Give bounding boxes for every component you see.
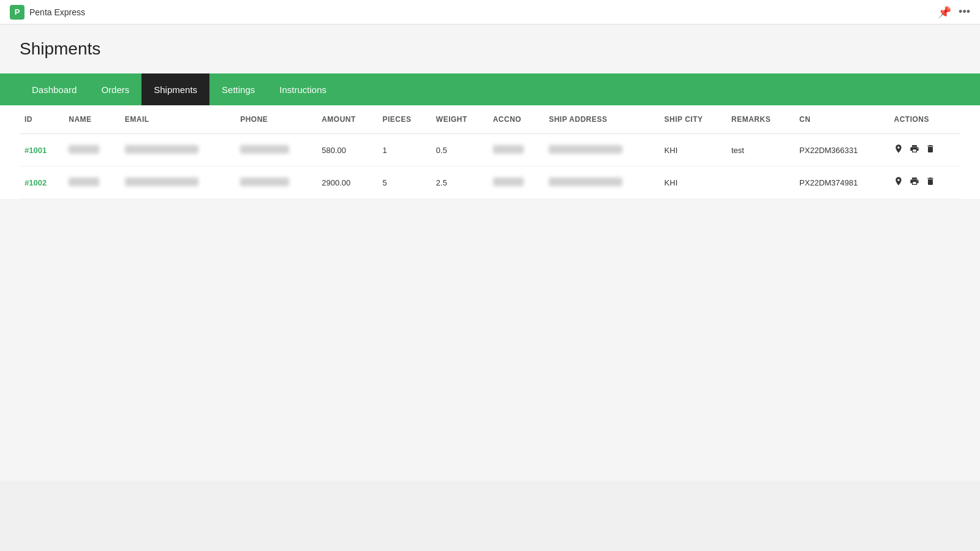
col-email: EMAIL xyxy=(120,105,235,134)
cell-amount-2: 2900.00 xyxy=(317,167,377,199)
location-icon-2[interactable] xyxy=(894,176,903,189)
delete-icon-2[interactable] xyxy=(925,176,935,189)
cell-shipcity-2: KHI xyxy=(660,167,726,199)
content-area xyxy=(0,199,980,481)
cell-name-1 xyxy=(64,134,119,167)
col-phone: PHONE xyxy=(235,105,317,134)
cell-id-2: #1002 xyxy=(20,167,64,199)
cell-email-2 xyxy=(120,167,235,199)
cell-amount-1: 580.00 xyxy=(317,134,377,167)
col-pieces: PIECES xyxy=(378,105,431,134)
col-weight: WEIGHT xyxy=(431,105,488,134)
nav-item-settings[interactable]: Settings xyxy=(209,73,267,105)
cell-phone-1 xyxy=(235,134,317,167)
page-header: Shipments xyxy=(0,24,980,73)
navbar: Dashboard Orders Shipments Settings Inst… xyxy=(0,73,980,105)
cell-cn-2: PX22DM374981 xyxy=(794,167,889,199)
cell-weight-1: 0.5 xyxy=(431,134,488,167)
cell-cn-1: PX22DM366331 xyxy=(794,134,889,167)
col-id: ID xyxy=(20,105,64,134)
topbar: P Penta Express 📌 ••• xyxy=(0,0,980,24)
col-name: NAME xyxy=(64,105,119,134)
nav-item-dashboard[interactable]: Dashboard xyxy=(20,73,89,105)
cell-remarks-2 xyxy=(726,167,794,199)
location-icon-1[interactable] xyxy=(894,144,903,156)
page-title: Shipments xyxy=(20,39,960,59)
pin-icon[interactable]: 📌 xyxy=(938,6,951,19)
print-icon-1[interactable] xyxy=(910,144,919,156)
shipments-table: ID NAME EMAIL PHONE AMOUNT PIECES WEIGHT… xyxy=(20,105,960,199)
print-icon-2[interactable] xyxy=(910,176,919,189)
nav-item-instructions[interactable]: Instructions xyxy=(267,73,339,105)
nav-item-shipments[interactable]: Shipments xyxy=(141,73,209,105)
more-icon[interactable]: ••• xyxy=(959,6,970,18)
table-row: #1001 580.00 1 0.5 xyxy=(20,134,960,167)
cell-weight-2: 2.5 xyxy=(431,167,488,199)
cell-shipaddress-1 xyxy=(544,134,659,167)
cell-pieces-1: 1 xyxy=(378,134,431,167)
cell-actions-2 xyxy=(889,167,960,199)
nav-item-orders[interactable]: Orders xyxy=(89,73,141,105)
col-accno: ACCNO xyxy=(488,105,544,134)
col-ship-address: SHIP ADDRESS xyxy=(544,105,659,134)
col-remarks: REMARKS xyxy=(726,105,794,134)
cell-actions-1 xyxy=(889,134,960,167)
app-name: Penta Express xyxy=(29,7,85,17)
table-row: #1002 2900.00 5 2.5 xyxy=(20,167,960,199)
topbar-actions: 📌 ••• xyxy=(938,6,970,19)
col-actions: ACTIONS xyxy=(889,105,960,134)
cell-email-1 xyxy=(120,134,235,167)
cell-id-1: #1001 xyxy=(20,134,64,167)
col-amount: AMOUNT xyxy=(317,105,377,134)
cell-shipcity-1: KHI xyxy=(660,134,726,167)
table-header-row: ID NAME EMAIL PHONE AMOUNT PIECES WEIGHT… xyxy=(20,105,960,134)
col-cn: CN xyxy=(794,105,889,134)
cell-accno-1 xyxy=(488,134,544,167)
cell-phone-2 xyxy=(235,167,317,199)
cell-name-2 xyxy=(64,167,119,199)
main-content: ID NAME EMAIL PHONE AMOUNT PIECES WEIGHT… xyxy=(0,105,980,199)
cell-pieces-2: 5 xyxy=(378,167,431,199)
col-ship-city: SHIP CITY xyxy=(660,105,726,134)
app-icon: P xyxy=(10,5,24,20)
delete-icon-1[interactable] xyxy=(925,144,935,156)
cell-remarks-1: test xyxy=(726,134,794,167)
cell-accno-2 xyxy=(488,167,544,199)
cell-shipaddress-2 xyxy=(544,167,659,199)
app-branding: P Penta Express xyxy=(10,5,85,20)
